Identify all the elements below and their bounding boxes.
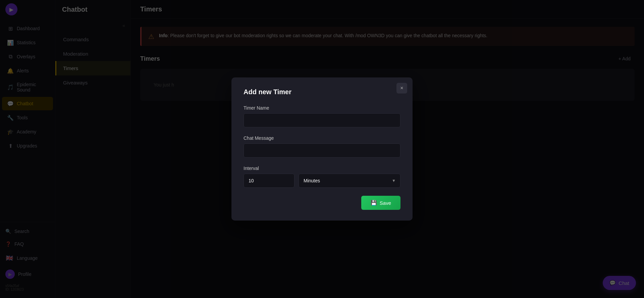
modal-close-button[interactable]: × [396,83,407,94]
modal-footer: 💾 Save [244,196,400,210]
save-label: Save [380,200,391,206]
chat-message-group: Chat Message [244,135,400,158]
modal-title: Add new Timer [244,88,400,96]
save-icon: 💾 [371,200,377,206]
interval-row: Minutes Hours Seconds ▼ [244,174,400,188]
interval-group: Interval Minutes Hours Seconds ▼ [244,166,400,188]
timer-name-input[interactable] [244,113,400,127]
modal-backdrop[interactable]: Add new Timer × Timer Name Chat Message … [0,0,644,298]
chat-message-input[interactable] [244,143,400,158]
timer-name-group: Timer Name [244,105,400,127]
interval-number-wrap [244,174,294,188]
save-button[interactable]: 💾 Save [361,196,400,210]
interval-unit-select[interactable]: Minutes Hours Seconds [299,174,400,188]
timer-name-label: Timer Name [244,105,400,111]
add-timer-modal: Add new Timer × Timer Name Chat Message … [231,77,413,221]
interval-unit-wrap: Minutes Hours Seconds ▼ [299,174,400,188]
chat-message-label: Chat Message [244,135,400,141]
interval-label: Interval [244,166,400,171]
interval-number-input[interactable] [244,174,294,188]
